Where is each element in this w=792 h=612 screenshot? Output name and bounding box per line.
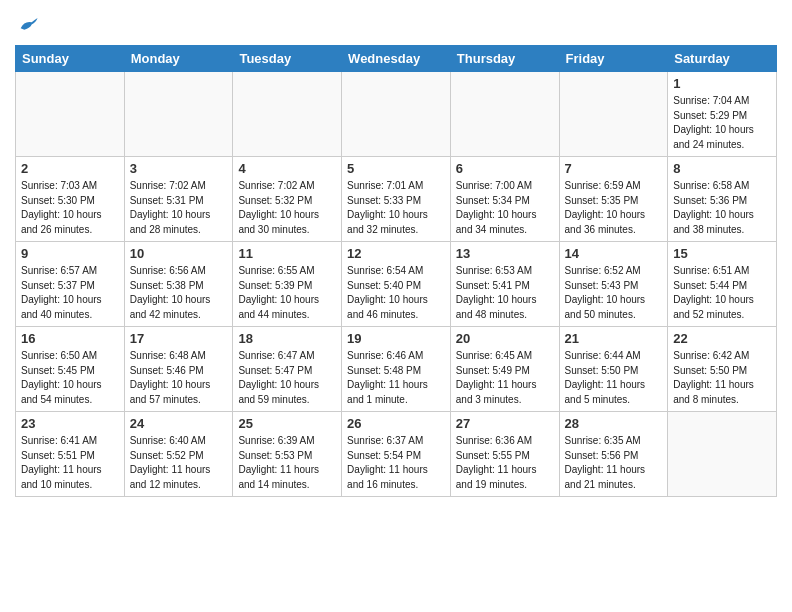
calendar-cell — [342, 72, 451, 157]
calendar-cell — [233, 72, 342, 157]
day-number: 24 — [130, 416, 228, 431]
calendar-cell — [16, 72, 125, 157]
weekday-header-wednesday: Wednesday — [342, 46, 451, 72]
day-info: Sunrise: 6:55 AMSunset: 5:39 PMDaylight:… — [238, 264, 336, 322]
day-number: 4 — [238, 161, 336, 176]
weekday-header-friday: Friday — [559, 46, 668, 72]
day-number: 1 — [673, 76, 771, 91]
page: SundayMondayTuesdayWednesdayThursdayFrid… — [0, 0, 792, 512]
calendar-cell: 23Sunrise: 6:41 AMSunset: 5:51 PMDayligh… — [16, 412, 125, 497]
calendar-week-1: 1Sunrise: 7:04 AMSunset: 5:29 PMDaylight… — [16, 72, 777, 157]
day-info: Sunrise: 6:36 AMSunset: 5:55 PMDaylight:… — [456, 434, 554, 492]
calendar-cell: 6Sunrise: 7:00 AMSunset: 5:34 PMDaylight… — [450, 157, 559, 242]
day-info: Sunrise: 6:37 AMSunset: 5:54 PMDaylight:… — [347, 434, 445, 492]
calendar-cell: 16Sunrise: 6:50 AMSunset: 5:45 PMDayligh… — [16, 327, 125, 412]
day-number: 14 — [565, 246, 663, 261]
weekday-header-thursday: Thursday — [450, 46, 559, 72]
day-number: 12 — [347, 246, 445, 261]
day-number: 26 — [347, 416, 445, 431]
day-number: 3 — [130, 161, 228, 176]
day-info: Sunrise: 6:40 AMSunset: 5:52 PMDaylight:… — [130, 434, 228, 492]
calendar-week-4: 16Sunrise: 6:50 AMSunset: 5:45 PMDayligh… — [16, 327, 777, 412]
calendar-cell: 3Sunrise: 7:02 AMSunset: 5:31 PMDaylight… — [124, 157, 233, 242]
day-info: Sunrise: 6:53 AMSunset: 5:41 PMDaylight:… — [456, 264, 554, 322]
day-number: 17 — [130, 331, 228, 346]
day-number: 20 — [456, 331, 554, 346]
calendar-cell: 28Sunrise: 6:35 AMSunset: 5:56 PMDayligh… — [559, 412, 668, 497]
day-info: Sunrise: 6:56 AMSunset: 5:38 PMDaylight:… — [130, 264, 228, 322]
day-number: 16 — [21, 331, 119, 346]
day-number: 6 — [456, 161, 554, 176]
day-number: 13 — [456, 246, 554, 261]
calendar-cell: 17Sunrise: 6:48 AMSunset: 5:46 PMDayligh… — [124, 327, 233, 412]
day-info: Sunrise: 6:41 AMSunset: 5:51 PMDaylight:… — [21, 434, 119, 492]
day-number: 25 — [238, 416, 336, 431]
day-number: 11 — [238, 246, 336, 261]
weekday-header-monday: Monday — [124, 46, 233, 72]
day-number: 2 — [21, 161, 119, 176]
day-info: Sunrise: 6:35 AMSunset: 5:56 PMDaylight:… — [565, 434, 663, 492]
calendar-week-5: 23Sunrise: 6:41 AMSunset: 5:51 PMDayligh… — [16, 412, 777, 497]
calendar-cell: 14Sunrise: 6:52 AMSunset: 5:43 PMDayligh… — [559, 242, 668, 327]
calendar-cell: 13Sunrise: 6:53 AMSunset: 5:41 PMDayligh… — [450, 242, 559, 327]
calendar-cell: 1Sunrise: 7:04 AMSunset: 5:29 PMDaylight… — [668, 72, 777, 157]
calendar-week-3: 9Sunrise: 6:57 AMSunset: 5:37 PMDaylight… — [16, 242, 777, 327]
day-number: 18 — [238, 331, 336, 346]
day-number: 22 — [673, 331, 771, 346]
day-info: Sunrise: 6:51 AMSunset: 5:44 PMDaylight:… — [673, 264, 771, 322]
calendar-header-row: SundayMondayTuesdayWednesdayThursdayFrid… — [16, 46, 777, 72]
day-number: 27 — [456, 416, 554, 431]
day-number: 10 — [130, 246, 228, 261]
calendar-cell: 2Sunrise: 7:03 AMSunset: 5:30 PMDaylight… — [16, 157, 125, 242]
calendar-cell: 18Sunrise: 6:47 AMSunset: 5:47 PMDayligh… — [233, 327, 342, 412]
day-info: Sunrise: 6:52 AMSunset: 5:43 PMDaylight:… — [565, 264, 663, 322]
day-info: Sunrise: 6:42 AMSunset: 5:50 PMDaylight:… — [673, 349, 771, 407]
calendar-cell: 21Sunrise: 6:44 AMSunset: 5:50 PMDayligh… — [559, 327, 668, 412]
calendar-cell: 25Sunrise: 6:39 AMSunset: 5:53 PMDayligh… — [233, 412, 342, 497]
day-info: Sunrise: 6:48 AMSunset: 5:46 PMDaylight:… — [130, 349, 228, 407]
day-number: 8 — [673, 161, 771, 176]
day-number: 23 — [21, 416, 119, 431]
calendar-cell — [668, 412, 777, 497]
day-info: Sunrise: 6:39 AMSunset: 5:53 PMDaylight:… — [238, 434, 336, 492]
day-info: Sunrise: 7:02 AMSunset: 5:32 PMDaylight:… — [238, 179, 336, 237]
calendar-table: SundayMondayTuesdayWednesdayThursdayFrid… — [15, 45, 777, 497]
calendar-cell — [450, 72, 559, 157]
day-number: 15 — [673, 246, 771, 261]
day-number: 21 — [565, 331, 663, 346]
calendar-cell: 9Sunrise: 6:57 AMSunset: 5:37 PMDaylight… — [16, 242, 125, 327]
header — [15, 10, 777, 37]
day-info: Sunrise: 7:02 AMSunset: 5:31 PMDaylight:… — [130, 179, 228, 237]
day-info: Sunrise: 6:47 AMSunset: 5:47 PMDaylight:… — [238, 349, 336, 407]
calendar-cell: 27Sunrise: 6:36 AMSunset: 5:55 PMDayligh… — [450, 412, 559, 497]
day-info: Sunrise: 6:50 AMSunset: 5:45 PMDaylight:… — [21, 349, 119, 407]
day-info: Sunrise: 6:58 AMSunset: 5:36 PMDaylight:… — [673, 179, 771, 237]
day-number: 5 — [347, 161, 445, 176]
day-info: Sunrise: 6:45 AMSunset: 5:49 PMDaylight:… — [456, 349, 554, 407]
calendar-cell: 26Sunrise: 6:37 AMSunset: 5:54 PMDayligh… — [342, 412, 451, 497]
calendar-cell: 15Sunrise: 6:51 AMSunset: 5:44 PMDayligh… — [668, 242, 777, 327]
calendar-cell: 5Sunrise: 7:01 AMSunset: 5:33 PMDaylight… — [342, 157, 451, 242]
day-info: Sunrise: 7:03 AMSunset: 5:30 PMDaylight:… — [21, 179, 119, 237]
calendar-cell: 19Sunrise: 6:46 AMSunset: 5:48 PMDayligh… — [342, 327, 451, 412]
day-info: Sunrise: 7:04 AMSunset: 5:29 PMDaylight:… — [673, 94, 771, 152]
calendar-cell: 12Sunrise: 6:54 AMSunset: 5:40 PMDayligh… — [342, 242, 451, 327]
calendar-week-2: 2Sunrise: 7:03 AMSunset: 5:30 PMDaylight… — [16, 157, 777, 242]
calendar-cell: 7Sunrise: 6:59 AMSunset: 5:35 PMDaylight… — [559, 157, 668, 242]
calendar-cell: 10Sunrise: 6:56 AMSunset: 5:38 PMDayligh… — [124, 242, 233, 327]
weekday-header-tuesday: Tuesday — [233, 46, 342, 72]
day-number: 9 — [21, 246, 119, 261]
calendar-cell: 22Sunrise: 6:42 AMSunset: 5:50 PMDayligh… — [668, 327, 777, 412]
day-info: Sunrise: 6:44 AMSunset: 5:50 PMDaylight:… — [565, 349, 663, 407]
calendar-cell: 24Sunrise: 6:40 AMSunset: 5:52 PMDayligh… — [124, 412, 233, 497]
day-info: Sunrise: 6:54 AMSunset: 5:40 PMDaylight:… — [347, 264, 445, 322]
day-info: Sunrise: 6:59 AMSunset: 5:35 PMDaylight:… — [565, 179, 663, 237]
calendar-cell: 4Sunrise: 7:02 AMSunset: 5:32 PMDaylight… — [233, 157, 342, 242]
day-info: Sunrise: 7:01 AMSunset: 5:33 PMDaylight:… — [347, 179, 445, 237]
calendar-cell: 20Sunrise: 6:45 AMSunset: 5:49 PMDayligh… — [450, 327, 559, 412]
day-number: 19 — [347, 331, 445, 346]
calendar-cell: 8Sunrise: 6:58 AMSunset: 5:36 PMDaylight… — [668, 157, 777, 242]
logo — [15, 15, 39, 37]
day-number: 7 — [565, 161, 663, 176]
day-info: Sunrise: 6:57 AMSunset: 5:37 PMDaylight:… — [21, 264, 119, 322]
